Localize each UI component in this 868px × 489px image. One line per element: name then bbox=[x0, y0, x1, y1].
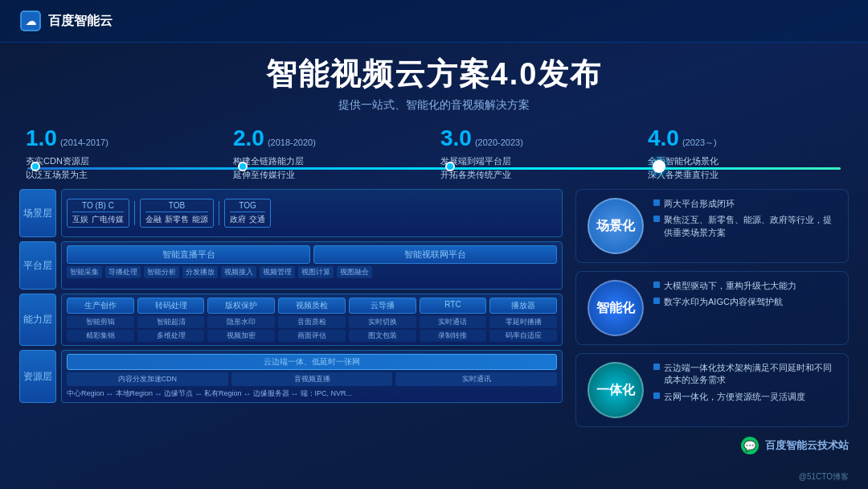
resource-block: 音视频直播 bbox=[231, 372, 393, 386]
cap-block-1: 转码处理 bbox=[137, 298, 205, 314]
tl-num: 2.0 bbox=[233, 125, 264, 151]
feature-point-text: 云网一体化，方便资源统一灵活调度 bbox=[664, 391, 805, 403]
cap-sub-item: 零延时播播 bbox=[489, 316, 557, 328]
cap-block-2: 版权保护 bbox=[207, 298, 275, 314]
cap-block-3: 视频质检 bbox=[278, 298, 346, 314]
dot-sq bbox=[653, 199, 660, 206]
capability-layer-row: 能力层 生产创作转码处理版权保护视频质检云导播RTC播放器智能剪辑精彩集锦智能超… bbox=[19, 294, 563, 346]
tl-dot bbox=[31, 162, 40, 171]
header: ☁ 百度智能云 bbox=[0, 0, 868, 43]
feature-points-1: 大模型驱动下，重构升级七大能力数字水印为AIGC内容保驾护航 bbox=[653, 280, 837, 309]
tl-num: 4.0 bbox=[648, 125, 679, 151]
platform-layer-content: 智能直播平台智能视联网平台智能采集导播处理智能分析分发播放视频接入视频管理视图计… bbox=[61, 241, 563, 290]
dot-sq bbox=[653, 364, 660, 370]
feature-point-text: 云边端一体化技术架构满足不同延时和不同成本的业务需求 bbox=[664, 362, 837, 387]
resource-label-text: 资源层 bbox=[23, 370, 52, 384]
resource-arrow: ↔ bbox=[291, 389, 299, 398]
cap-block-0: 生产创作 bbox=[67, 298, 134, 314]
cap-sub-item: 智能超清 bbox=[137, 316, 205, 328]
feature-text-0: 两大平台形成闭环聚焦泛互、新零售、能源、政府等行业，提供垂类场景方案 bbox=[653, 198, 837, 239]
feature-point-2-1: 云网一体化，方便资源统一灵活调度 bbox=[653, 391, 837, 403]
sub-title: 提供一站式、智能化的音视频解决方案 bbox=[19, 98, 849, 113]
resource-bottom-item: 端：IPC, NVR... bbox=[301, 388, 353, 399]
cap-sub-group-2: 隐形水印视频加密 bbox=[207, 316, 275, 342]
timeline: 1.0 (2014-2017) 夯实CDN资源层以泛互场景为主 2.0 (201… bbox=[19, 117, 849, 184]
scene-item: 新零售 bbox=[165, 214, 189, 225]
scene-group-1: TOB 金融新零售能源 bbox=[140, 199, 214, 228]
left-panel: 场景层 TO (B) C 互娱广电传媒 TOB 金融新零售能源 TOG 政府交通… bbox=[19, 189, 563, 427]
cap-sub-item: 实时通话 bbox=[420, 316, 487, 328]
cap-bottom: 智能剪辑精彩集锦智能超清多维处理隐形水印视频加密音面质检画面评估实时切换图文包装… bbox=[67, 316, 557, 342]
dot-sq bbox=[653, 216, 660, 222]
resource-layer-label: 资源层 bbox=[19, 350, 56, 403]
resource-badge: 云边端一体、低延时一张网 bbox=[67, 354, 557, 370]
platform-sub-item: 智能分析 bbox=[144, 266, 179, 278]
svg-text:☁: ☁ bbox=[26, 15, 36, 27]
cap-sub-group-0: 智能剪辑精彩集锦 bbox=[67, 316, 134, 342]
scene-item: 交通 bbox=[249, 214, 265, 225]
platform-sub-item: 导播处理 bbox=[105, 266, 141, 278]
feature-points-0: 两大平台形成闭环聚焦泛互、新零售、能源、政府等行业，提供垂类场景方案 bbox=[653, 198, 837, 239]
right-panel: 场景化两大平台形成闭环聚焦泛互、新零售、能源、政府等行业，提供垂类场景方案智能化… bbox=[575, 189, 849, 427]
tl-num: 3.0 bbox=[440, 125, 472, 151]
cap-block-6: 播放器 bbox=[489, 298, 557, 314]
feature-point-0-1: 聚焦泛互、新零售、能源、政府等行业，提供垂类场景方案 bbox=[653, 214, 837, 239]
tl-dot bbox=[653, 160, 665, 173]
title-section: 智能视频云方案4.0发布 提供一站式、智能化的音视频解决方案 bbox=[19, 43, 849, 117]
capability-label-text: 能力层 bbox=[23, 313, 52, 327]
tl-version: 2.0 (2018-2020) bbox=[233, 125, 428, 151]
cap-sub-item: 智能剪辑 bbox=[67, 316, 134, 328]
platform-block-0: 智能直播平台 bbox=[67, 245, 310, 264]
capability-layer-content: 生产创作转码处理版权保护视频质检云导播RTC播放器智能剪辑精彩集锦智能超清多维处… bbox=[61, 294, 563, 346]
cap-sub-group-1: 智能超清多维处理 bbox=[137, 316, 205, 342]
main-content: 智能视频云方案4.0发布 提供一站式、智能化的音视频解决方案 1.0 (2014… bbox=[0, 43, 868, 434]
content-grid: 场景层 TO (B) C 互娱广电传媒 TOB 金融新零售能源 TOG 政府交通… bbox=[19, 189, 849, 427]
feature-point-text: 大模型驱动下，重构升级七大能力 bbox=[664, 280, 796, 292]
feature-point-text: 数字水印为AIGC内容保驾护航 bbox=[664, 296, 783, 308]
resource-middle: 内容分发加速CDN音视频直播实时通讯 bbox=[67, 372, 557, 386]
resource-arrow: ↔ bbox=[154, 389, 162, 398]
dot-sq bbox=[653, 392, 660, 399]
tl-version: 1.0 (2014-2017) bbox=[26, 125, 220, 151]
cap-block-4: 云导播 bbox=[349, 298, 416, 314]
cap-sub-item: 视频加密 bbox=[207, 330, 275, 342]
resource-arrow: ↔ bbox=[244, 389, 252, 398]
tl-desc: 构建全链路能力层延伸至传媒行业 bbox=[233, 154, 428, 181]
footer-brand: 百度智能云技术站 bbox=[765, 438, 849, 453]
cap-top: 生产创作转码处理版权保护视频质检云导播RTC播放器 bbox=[67, 298, 557, 314]
scene-item: 政府 bbox=[230, 214, 246, 225]
cap-sub-group-6: 零延时播播码率自适应 bbox=[489, 316, 557, 342]
platform-label-text: 平台层 bbox=[23, 259, 52, 273]
cap-sub-item: 码率自适应 bbox=[489, 330, 557, 342]
resource-layer-row: 资源层 云边端一体、低延时一张网内容分发加速CDN音视频直播实时通讯中心Regi… bbox=[19, 350, 563, 403]
scene-items: 金融新零售能源 bbox=[145, 214, 208, 225]
platform-sub-item: 视图计算 bbox=[298, 266, 334, 278]
resource-block: 实时通讯 bbox=[395, 372, 557, 386]
scene-divider bbox=[219, 201, 219, 225]
tl-desc: 夯实CDN资源层以泛互场景为主 bbox=[26, 154, 220, 181]
feature-point-text: 两大平台形成闭环 bbox=[664, 198, 735, 210]
cap-sub-group-3: 音面质检画面评估 bbox=[278, 316, 346, 342]
scene-divider bbox=[134, 201, 135, 225]
tl-dot bbox=[238, 162, 248, 171]
tl-version: 4.0 (2023～) bbox=[648, 125, 842, 151]
timeline-item-1: 2.0 (2018-2020) 构建全链路能力层延伸至传媒行业 bbox=[227, 125, 434, 181]
scene-items: 政府交通 bbox=[230, 214, 265, 225]
cap-sub-item: 画面评估 bbox=[278, 330, 346, 342]
wechat-icon: 💬 bbox=[741, 437, 759, 454]
cap-sub-item: 音面质检 bbox=[278, 316, 346, 328]
platform-sub-item: 智能采集 bbox=[67, 266, 102, 278]
dot-sq bbox=[653, 281, 660, 288]
scene-item: 金融 bbox=[145, 214, 162, 225]
cap-sub-group-4: 实时切换图文包装 bbox=[349, 316, 416, 342]
tl-desc: 全面智能化场景化深入各类垂直行业 bbox=[648, 154, 842, 181]
feature-card-1: 智能化大模型驱动下，重构升级七大能力数字水印为AIGC内容保驾护航 bbox=[575, 271, 849, 345]
capability-layer-label: 能力层 bbox=[19, 294, 56, 346]
footer: 💬 百度智能云技术站 @51CTO博客 bbox=[0, 434, 868, 458]
resource-bottom-item: 边缘服务器 bbox=[253, 388, 289, 399]
timeline-item-2: 3.0 (2020-2023) 发展端到端平台层开拓各类传统产业 bbox=[434, 125, 641, 181]
scene-item: 广电传媒 bbox=[92, 214, 124, 225]
scene-item: 互娱 bbox=[72, 214, 88, 225]
main-title: 智能视频云方案4.0发布 bbox=[19, 54, 849, 95]
tl-dot bbox=[445, 162, 455, 171]
